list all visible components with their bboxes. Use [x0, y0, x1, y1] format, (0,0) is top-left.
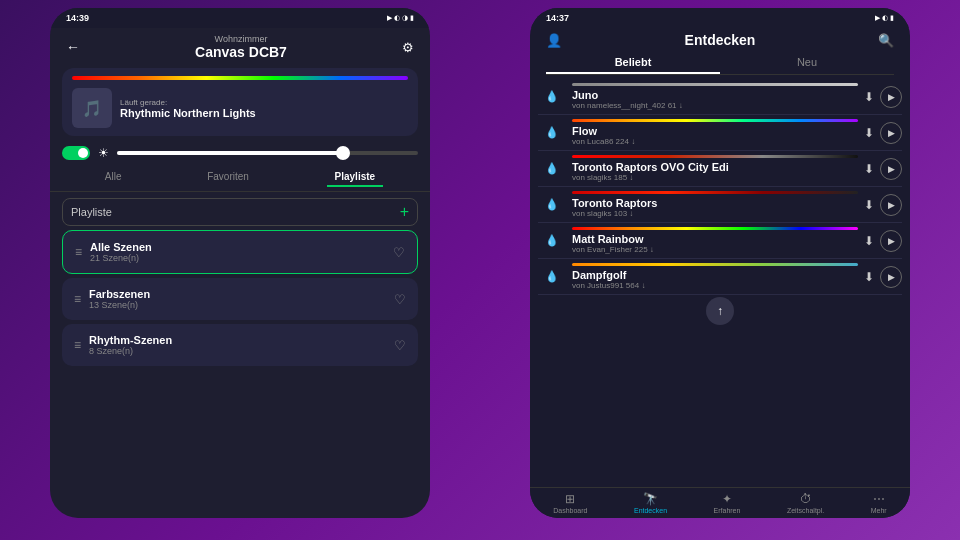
- scene-item-alle-left: ≡ Alle Szenen 21 Szene(n): [75, 241, 152, 263]
- room-label: Wohnzimmer: [195, 34, 287, 44]
- tab-favoriten[interactable]: Favoriten: [199, 168, 257, 187]
- matt-actions: ⬇ ▶: [864, 230, 902, 252]
- toronto-main: Toronto Raptors von slagiks 103 ↓: [566, 191, 864, 218]
- juno-play-button[interactable]: ▶: [880, 86, 902, 108]
- dampf-drop-col: 💧: [538, 270, 566, 283]
- playing-label: Läuft gerade:: [120, 98, 408, 107]
- heart-alle[interactable]: ♡: [393, 245, 405, 260]
- left-header: ← Wohnzimmer Canvas DCB7 ⚙: [50, 28, 430, 64]
- dampf-color-bar: [572, 263, 858, 266]
- slider-fill: [117, 151, 343, 155]
- matt-drop-icon: 💧: [545, 234, 559, 247]
- toronto-ovo-download-icon[interactable]: ⬇: [864, 162, 874, 176]
- matt-meta: von Evan_Fisher 225 ↓: [572, 245, 858, 254]
- entdecken-icon: 🔭: [643, 492, 658, 506]
- scene-lines-icon-rhythm: ≡: [74, 338, 81, 352]
- toronto-drop-icon: 💧: [545, 198, 559, 211]
- profile-icon[interactable]: 👤: [546, 33, 562, 48]
- left-phone: 14:39 ▶ ◐ ◑ ▮ ← Wohnzimmer Canvas DCB7 ⚙…: [0, 0, 480, 540]
- playlist-add-row: Playliste +: [62, 198, 418, 226]
- settings-button[interactable]: ⚙: [402, 40, 414, 55]
- add-playlist-button[interactable]: +: [400, 203, 409, 221]
- tab-alle[interactable]: Alle: [97, 168, 130, 187]
- toronto-name: Toronto Raptors: [572, 197, 858, 209]
- nav-entdecken[interactable]: 🔭 Entdecken: [634, 492, 667, 514]
- dampf-name: Dampfgolf: [572, 269, 858, 281]
- right-time: 14:37: [546, 13, 569, 23]
- tab-neu[interactable]: Neu: [720, 52, 894, 74]
- matt-drop-col: 💧: [538, 234, 566, 247]
- nav-mehr[interactable]: ⋯ Mehr: [871, 492, 887, 514]
- scene-cards: 💧 Juno von nameless__night_402 61 ↓ ⬇ ▶ …: [530, 75, 910, 487]
- nav-dashboard[interactable]: ⊞ Dashboard: [553, 492, 587, 514]
- left-status-icons: ▶ ◐ ◑ ▮: [387, 14, 414, 22]
- toronto-ovo-play-button[interactable]: ▶: [880, 158, 902, 180]
- heart-farb[interactable]: ♡: [394, 292, 406, 307]
- toronto-download-icon[interactable]: ⬇: [864, 198, 874, 212]
- flow-download-icon[interactable]: ⬇: [864, 126, 874, 140]
- scene-item-farb[interactable]: ≡ Farbszenen 13 Szene(n) ♡: [62, 278, 418, 320]
- device-name: Canvas DCB7: [195, 44, 287, 60]
- toronto-ovo-actions: ⬇ ▶: [864, 158, 902, 180]
- dampf-actions: ⬇ ▶: [864, 266, 902, 288]
- scene-lines-icon-alle: ≡: [75, 245, 82, 259]
- scene-farb-count: 13 Szene(n): [89, 300, 150, 310]
- scene-farb-info: Farbszenen 13 Szene(n): [89, 288, 150, 310]
- nav-erfahren-label: Erfahren: [714, 507, 741, 514]
- flow-name: Flow: [572, 125, 858, 137]
- left-tabs-row: Alle Favoriten Playliste: [50, 164, 430, 192]
- nav-erfahren[interactable]: ✦ Erfahren: [714, 492, 741, 514]
- search-icon[interactable]: 🔍: [878, 33, 894, 48]
- toronto-ovo-main: Toronto Raptors OVO City Edi von slagiks…: [566, 155, 864, 182]
- scene-item-alle[interactable]: ≡ Alle Szenen 21 Szene(n) ♡: [62, 230, 418, 274]
- right-status-bar: 14:37 ▶ ◐ ▮: [530, 8, 910, 28]
- right-header: 👤 Entdecken 🔍: [530, 28, 910, 52]
- back-button[interactable]: ←: [66, 39, 80, 55]
- toronto-ovo-drop-icon: 💧: [545, 162, 559, 175]
- nav-dashboard-label: Dashboard: [553, 507, 587, 514]
- left-time: 14:39: [66, 13, 89, 23]
- rainbow-bar: [72, 76, 408, 80]
- heart-rhythm[interactable]: ♡: [394, 338, 406, 353]
- scene-rhythm-left: ≡ Rhythm-Szenen 8 Szene(n): [74, 334, 172, 356]
- juno-color-bar: [572, 83, 858, 86]
- scene-farb-name: Farbszenen: [89, 288, 150, 300]
- scroll-up-button[interactable]: ↑: [706, 297, 734, 325]
- tab-playliste[interactable]: Playliste: [327, 168, 384, 187]
- left-screen: 14:39 ▶ ◐ ◑ ▮ ← Wohnzimmer Canvas DCB7 ⚙…: [50, 8, 430, 518]
- juno-download-icon[interactable]: ⬇: [864, 90, 874, 104]
- scene-card-juno: 💧 Juno von nameless__night_402 61 ↓ ⬇ ▶: [538, 79, 902, 115]
- toronto-ovo-color-bar: [572, 155, 858, 158]
- playlist-label: Playliste: [71, 206, 112, 218]
- tab-beliebt[interactable]: Beliebt: [546, 52, 720, 74]
- scene-item-rhythm[interactable]: ≡ Rhythm-Szenen 8 Szene(n) ♡: [62, 324, 418, 366]
- scene-alle-count: 21 Szene(n): [90, 253, 152, 263]
- juno-name: Juno: [572, 89, 858, 101]
- toronto-color-bar: [572, 191, 858, 194]
- matt-color-bar: [572, 227, 858, 230]
- flow-play-button[interactable]: ▶: [880, 122, 902, 144]
- left-status-bar: 14:39 ▶ ◐ ◑ ▮: [50, 8, 430, 28]
- flow-drop-col: 💧: [538, 126, 566, 139]
- toronto-actions: ⬇ ▶: [864, 194, 902, 216]
- nav-zeitschalt[interactable]: ⏱ Zeitschaltpl.: [787, 492, 824, 514]
- now-playing-info: Läuft gerade: Rhythmic Northern Lights: [120, 98, 408, 119]
- scene-card-toronto: 💧 Toronto Raptors von slagiks 103 ↓ ⬇ ▶: [538, 187, 902, 223]
- scene-card-dampf: 💧 Dampfgolf von Justus991 564 ↓ ⬇ ▶: [538, 259, 902, 295]
- dampf-main: Dampfgolf von Justus991 564 ↓: [566, 263, 864, 290]
- dampf-play-button[interactable]: ▶: [880, 266, 902, 288]
- toronto-ovo-name: Toronto Raptors OVO City Edi: [572, 161, 858, 173]
- slider-thumb: [336, 146, 350, 160]
- matt-play-button[interactable]: ▶: [880, 230, 902, 252]
- left-header-center: Wohnzimmer Canvas DCB7: [195, 34, 287, 60]
- scene-lines-icon-farb: ≡: [74, 292, 81, 306]
- matt-download-icon[interactable]: ⬇: [864, 234, 874, 248]
- dampf-download-icon[interactable]: ⬇: [864, 270, 874, 284]
- brightness-icon: ☀: [98, 146, 109, 160]
- flow-drop-icon: 💧: [545, 126, 559, 139]
- scene-rhythm-count: 8 Szene(n): [89, 346, 172, 356]
- power-toggle[interactable]: [62, 146, 90, 160]
- nav-entdecken-label: Entdecken: [634, 507, 667, 514]
- toronto-play-button[interactable]: ▶: [880, 194, 902, 216]
- brightness-slider[interactable]: [117, 151, 418, 155]
